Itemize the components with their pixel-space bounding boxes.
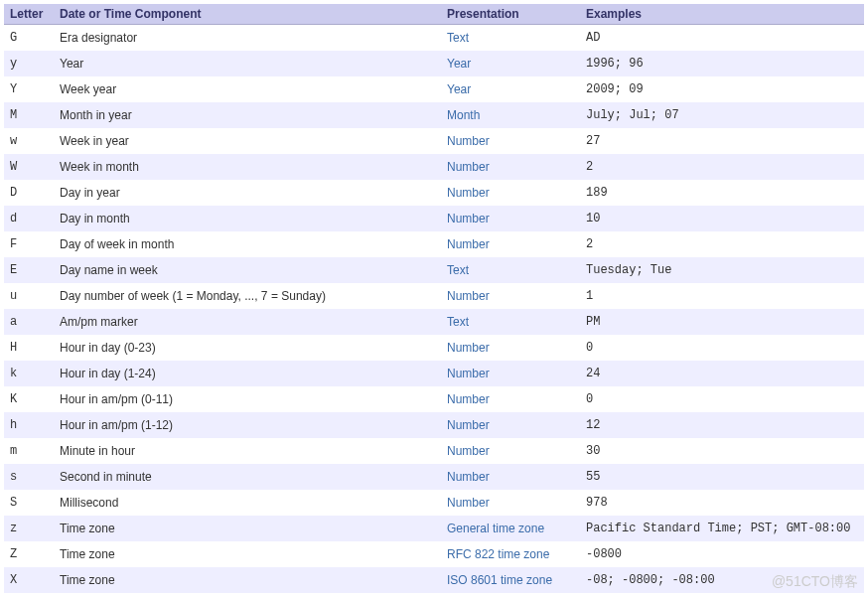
cell-examples: 10 bbox=[580, 206, 864, 231]
table-row: wWeek in yearNumber27 bbox=[4, 128, 864, 154]
cell-presentation: Number bbox=[441, 490, 580, 516]
table-row: DDay in yearNumber189 bbox=[4, 180, 864, 206]
cell-presentation: Number bbox=[441, 154, 580, 180]
cell-component: Hour in am/pm (0-11) bbox=[54, 386, 441, 412]
cell-presentation: Number bbox=[441, 180, 580, 206]
table-row: hHour in am/pm (1-12)Number12 bbox=[4, 412, 864, 438]
cell-presentation: Number bbox=[441, 206, 580, 231]
cell-examples: 0 bbox=[580, 335, 864, 361]
cell-letter: k bbox=[4, 361, 54, 386]
cell-examples: PM bbox=[580, 309, 864, 335]
cell-letter: z bbox=[4, 516, 54, 541]
cell-component: Day of week in month bbox=[54, 231, 441, 257]
cell-examples: -0800 bbox=[580, 541, 864, 567]
cell-letter: s bbox=[4, 464, 54, 490]
presentation-link[interactable]: Text bbox=[447, 263, 469, 277]
cell-examples: 12 bbox=[580, 412, 864, 438]
presentation-link[interactable]: Number bbox=[447, 392, 490, 406]
table-row: XTime zoneISO 8601 time zone-08; -0800; … bbox=[4, 567, 864, 593]
cell-letter: H bbox=[4, 335, 54, 361]
cell-component: Time zone bbox=[54, 541, 441, 567]
cell-presentation: Number bbox=[441, 283, 580, 309]
cell-presentation: Number bbox=[441, 231, 580, 257]
table-row: uDay number of week (1 = Monday, ..., 7 … bbox=[4, 283, 864, 309]
table-row: FDay of week in monthNumber2 bbox=[4, 231, 864, 257]
presentation-link[interactable]: Year bbox=[447, 57, 471, 71]
cell-examples: 1 bbox=[580, 283, 864, 309]
cell-presentation: Text bbox=[441, 309, 580, 335]
table-row: yYearYear1996; 96 bbox=[4, 51, 864, 76]
presentation-link[interactable]: Number bbox=[447, 367, 490, 380]
table-row: MMonth in yearMonthJuly; Jul; 07 bbox=[4, 102, 864, 128]
cell-examples: 55 bbox=[580, 464, 864, 490]
cell-component: Minute in hour bbox=[54, 438, 441, 464]
cell-presentation: Number bbox=[441, 386, 580, 412]
presentation-link[interactable]: General time zone bbox=[447, 522, 544, 535]
presentation-link[interactable]: ISO 8601 time zone bbox=[447, 573, 552, 587]
cell-letter: M bbox=[4, 102, 54, 128]
presentation-link[interactable]: Number bbox=[447, 212, 490, 225]
cell-component: Day number of week (1 = Monday, ..., 7 =… bbox=[54, 283, 441, 309]
presentation-link[interactable]: Number bbox=[447, 496, 490, 510]
cell-examples: 30 bbox=[580, 438, 864, 464]
header-component: Date or Time Component bbox=[54, 4, 441, 25]
cell-letter: u bbox=[4, 283, 54, 309]
presentation-link[interactable]: Month bbox=[447, 108, 480, 122]
cell-component: Era designator bbox=[54, 25, 441, 52]
table-row: EDay name in weekTextTuesday; Tue bbox=[4, 257, 864, 283]
presentation-link[interactable]: Number bbox=[447, 418, 490, 432]
cell-component: Millisecond bbox=[54, 490, 441, 516]
presentation-link[interactable]: Number bbox=[447, 160, 490, 174]
cell-presentation: General time zone bbox=[441, 516, 580, 541]
presentation-link[interactable]: Number bbox=[447, 237, 490, 251]
presentation-link[interactable]: Number bbox=[447, 470, 490, 484]
cell-presentation: Number bbox=[441, 335, 580, 361]
cell-presentation: Month bbox=[441, 102, 580, 128]
cell-letter: W bbox=[4, 154, 54, 180]
presentation-link[interactable]: Number bbox=[447, 289, 490, 303]
cell-examples: 24 bbox=[580, 361, 864, 386]
presentation-link[interactable]: RFC 822 time zone bbox=[447, 547, 549, 561]
cell-component: Day in year bbox=[54, 180, 441, 206]
cell-letter: Y bbox=[4, 76, 54, 102]
presentation-link[interactable]: Number bbox=[447, 186, 490, 200]
presentation-link[interactable]: Text bbox=[447, 315, 469, 329]
cell-component: Hour in day (1-24) bbox=[54, 361, 441, 386]
header-letter: Letter bbox=[4, 4, 54, 25]
presentation-link[interactable]: Year bbox=[447, 82, 471, 96]
cell-letter: E bbox=[4, 257, 54, 283]
table-row: KHour in am/pm (0-11)Number0 bbox=[4, 386, 864, 412]
table-row: zTime zoneGeneral time zonePacific Stand… bbox=[4, 516, 864, 541]
table-row: YWeek yearYear2009; 09 bbox=[4, 76, 864, 102]
cell-examples: Tuesday; Tue bbox=[580, 257, 864, 283]
presentation-link[interactable]: Number bbox=[447, 444, 490, 458]
table-row: sSecond in minuteNumber55 bbox=[4, 464, 864, 490]
presentation-link[interactable]: Text bbox=[447, 31, 469, 45]
cell-component: Time zone bbox=[54, 516, 441, 541]
cell-examples: 189 bbox=[580, 180, 864, 206]
table-row: GEra designatorTextAD bbox=[4, 25, 864, 52]
presentation-link[interactable]: Number bbox=[447, 341, 490, 355]
cell-letter: m bbox=[4, 438, 54, 464]
cell-component: Time zone bbox=[54, 567, 441, 593]
cell-letter: d bbox=[4, 206, 54, 231]
header-examples: Examples bbox=[580, 4, 864, 25]
cell-examples: 2009; 09 bbox=[580, 76, 864, 102]
cell-presentation: Number bbox=[441, 361, 580, 386]
cell-letter: h bbox=[4, 412, 54, 438]
cell-presentation: Number bbox=[441, 464, 580, 490]
cell-presentation: Number bbox=[441, 412, 580, 438]
cell-letter: Z bbox=[4, 541, 54, 567]
table-row: dDay in monthNumber10 bbox=[4, 206, 864, 231]
cell-examples: -08; -0800; -08:00 bbox=[580, 567, 864, 593]
table-row: ZTime zoneRFC 822 time zone-0800 bbox=[4, 541, 864, 567]
cell-examples: Pacific Standard Time; PST; GMT-08:00 bbox=[580, 516, 864, 541]
cell-presentation: Number bbox=[441, 438, 580, 464]
cell-examples: 0 bbox=[580, 386, 864, 412]
table-row: aAm/pm markerTextPM bbox=[4, 309, 864, 335]
cell-examples: 978 bbox=[580, 490, 864, 516]
cell-presentation: Number bbox=[441, 128, 580, 154]
date-format-table: Letter Date or Time Component Presentati… bbox=[4, 4, 864, 593]
table-header-row: Letter Date or Time Component Presentati… bbox=[4, 4, 864, 25]
presentation-link[interactable]: Number bbox=[447, 134, 490, 148]
